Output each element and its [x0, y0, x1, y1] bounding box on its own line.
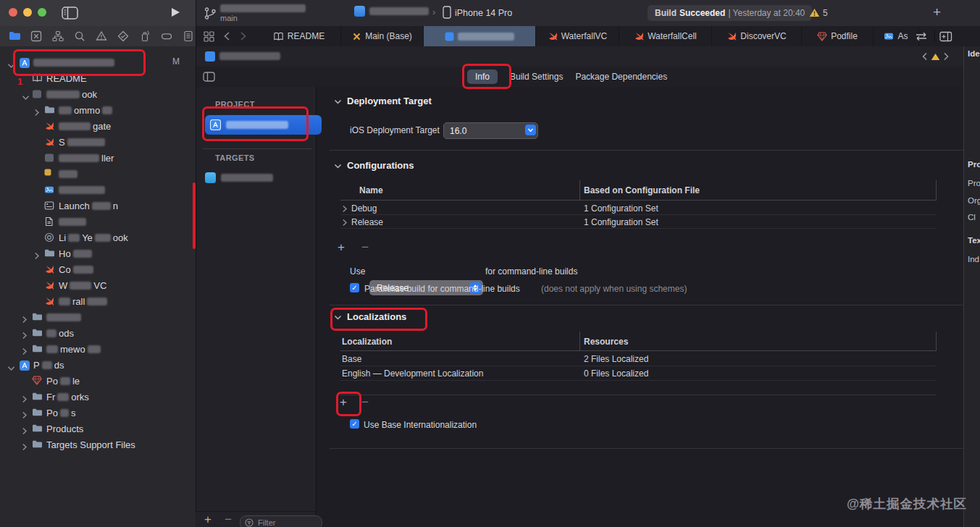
file-row[interactable]: ller — [0, 150, 196, 166]
jumpbar-project-name-redacted[interactable] — [219, 52, 280, 60]
file-row[interactable]: README — [0, 70, 196, 86]
breakpoint-navigator-icon[interactable] — [161, 30, 172, 42]
filter-field[interactable] — [240, 515, 322, 527]
file-row[interactable]: M — [0, 54, 196, 70]
file-row-text: ller — [101, 153, 114, 164]
warning-triangle-icon[interactable] — [809, 8, 820, 17]
redacted-text — [33, 59, 114, 67]
test-navigator-icon[interactable] — [117, 30, 129, 42]
file-row[interactable]: ook — [0, 86, 196, 102]
file-row[interactable]: Pds — [0, 357, 196, 373]
localizations-disclosure-icon[interactable] — [334, 315, 342, 321]
file-row[interactable]: mewo — [0, 341, 196, 357]
configuration-row[interactable]: Debug1 Configuration Set — [340, 201, 937, 215]
deployment-disclosure-icon[interactable] — [334, 99, 342, 105]
localization-row[interactable]: Base2 Files Localized — [340, 352, 937, 366]
disclosure-closed-icon[interactable] — [342, 205, 348, 213]
editor-tab-info[interactable]: Info — [467, 69, 498, 84]
configuration-row[interactable]: Release1 Configuration Set — [340, 215, 937, 229]
file-row[interactable]: rall — [0, 293, 196, 309]
file-row[interactable]: S — [0, 134, 196, 150]
tab-discovervc[interactable]: DiscoverVC — [712, 26, 802, 46]
file-row-label: README — [46, 70, 87, 86]
find-navigator-icon[interactable] — [74, 30, 85, 42]
add-target-button[interactable]: + — [204, 513, 212, 526]
file-row[interactable]: ommo — [0, 102, 196, 118]
file-row[interactable] — [0, 214, 196, 229]
debug-navigator-icon[interactable] — [139, 30, 151, 42]
file-row[interactable]: Frorks — [0, 389, 196, 405]
file-row[interactable]: LiYeook — [0, 229, 196, 245]
file-row[interactable] — [0, 309, 196, 325]
issue-navigator-icon[interactable] — [96, 30, 107, 41]
file-row[interactable]: Launchn — [0, 198, 196, 214]
remove-configuration-button[interactable]: − — [361, 241, 369, 253]
configurations-section-title[interactable]: Configurations — [347, 160, 414, 171]
ios-deployment-target-combo[interactable]: 16.0 — [443, 122, 538, 139]
localization-row[interactable]: English — Development Localization0 File… — [340, 366, 937, 381]
disclosure-closed-icon[interactable] — [342, 219, 348, 227]
add-configuration-button[interactable]: + — [338, 241, 345, 253]
warning-count[interactable]: 5 — [823, 8, 828, 18]
tab-waterfallcell[interactable]: WaterfallCell — [619, 26, 712, 46]
disclosure-closed-icon[interactable] — [22, 441, 28, 454]
tab-readme[interactable]: README — [257, 26, 341, 46]
editor-tab-package-dependencies[interactable]: Package Dependencies — [575, 72, 667, 82]
editor-tab-build-settings[interactable]: Build Settings — [510, 72, 563, 82]
file-row[interactable]: Targets Support Files — [0, 437, 196, 452]
go-back-icon[interactable] — [223, 31, 230, 41]
file-row[interactable]: Pos — [0, 405, 196, 421]
report-navigator-icon[interactable] — [183, 30, 194, 42]
add-localization-button[interactable]: + — [340, 396, 347, 408]
filter-input[interactable] — [256, 518, 310, 527]
configurations-disclosure-icon[interactable] — [334, 164, 342, 169]
file-row[interactable] — [0, 166, 196, 182]
project-navigator-icon[interactable] — [9, 30, 21, 41]
file-row[interactable]: WVC — [0, 277, 196, 293]
run-destination[interactable]: iPhone 14 Pro — [455, 8, 512, 18]
minimize-window-button[interactable] — [23, 8, 32, 17]
storyboard-x-icon — [352, 32, 361, 41]
file-row[interactable]: Pole — [0, 373, 196, 389]
file-row[interactable]: Products — [0, 421, 196, 437]
tab-podfile[interactable]: Podfile — [802, 26, 874, 46]
go-forward-icon[interactable] — [240, 31, 247, 41]
close-window-button[interactable] — [9, 8, 17, 17]
previous-issue-icon[interactable] — [921, 52, 928, 61]
combo-chevron-icon[interactable] — [525, 125, 536, 135]
file-row[interactable] — [0, 182, 196, 198]
hide-project-list-icon[interactable] — [203, 72, 215, 82]
scheme-app-icon[interactable] — [354, 6, 365, 17]
base-internationalization-checkbox[interactable]: ✓ — [350, 419, 359, 429]
source-control-navigator-icon[interactable] — [30, 30, 42, 42]
remove-localization-button[interactable]: − — [361, 396, 369, 408]
tab-waterfallvc[interactable]: WaterfallVC — [536, 26, 619, 46]
target-row[interactable] — [205, 172, 273, 183]
swap-editor-icon[interactable] — [914, 31, 929, 42]
tab-overview-icon[interactable] — [204, 31, 214, 42]
file-row[interactable]: Co — [0, 261, 196, 277]
file-row[interactable]: ods — [0, 325, 196, 341]
parallelize-checkbox[interactable]: ✓ — [350, 283, 359, 292]
deployment-section-title[interactable]: Deployment Target — [347, 96, 432, 106]
run-button[interactable] — [172, 8, 180, 17]
next-issue-icon[interactable] — [943, 52, 950, 61]
zoom-window-button[interactable] — [38, 8, 46, 17]
remove-target-button[interactable]: − — [225, 513, 232, 526]
approj-icon — [19, 57, 30, 69]
toggle-navigator-icon[interactable] — [62, 7, 78, 20]
localizations-section-title[interactable]: Localizations — [347, 311, 406, 322]
tab-main-base-[interactable]: Main (Base) — [341, 26, 424, 46]
tab-as[interactable]: As — [874, 26, 919, 46]
new-tab-button[interactable]: + — [933, 5, 941, 19]
scheme-name-redacted[interactable] — [369, 7, 429, 15]
symbol-navigator-icon[interactable] — [52, 30, 64, 42]
add-editor-icon[interactable] — [939, 31, 952, 42]
tab-redacted[interactable] — [424, 26, 536, 46]
activity-status[interactable]: Build Succeeded | Yesterday at 20:40 — [648, 5, 812, 21]
jumpbar-project-icon[interactable] — [205, 51, 215, 62]
inspector-panel — [963, 46, 980, 527]
project-row-selected[interactable] — [205, 115, 322, 135]
file-row[interactable]: gate — [0, 118, 196, 134]
file-row[interactable]: Ho — [0, 245, 196, 261]
